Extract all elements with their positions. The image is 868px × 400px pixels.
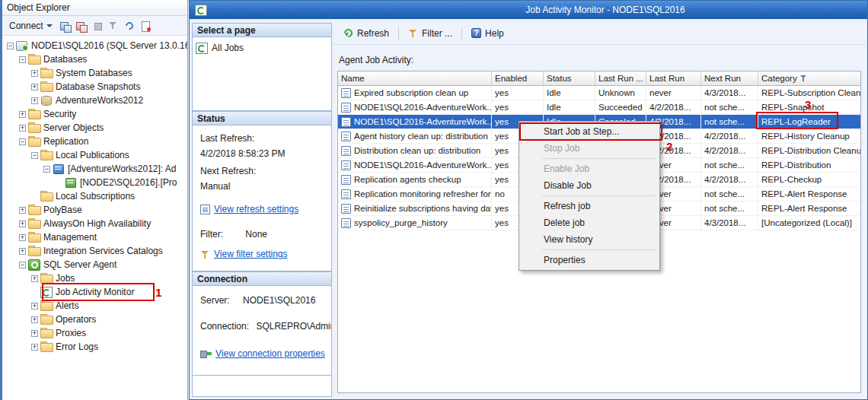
tree-item[interactable]: + Operators: [2, 313, 187, 326]
tree-expander-icon[interactable]: −: [19, 262, 26, 268]
tree-item[interactable]: − [AdventureWorks2012]: Ad: [2, 162, 187, 176]
tree-item[interactable]: − NODE1\SQL2016 (SQL Server 13.0.160: [2, 39, 187, 52]
tree-item[interactable]: + Alerts: [2, 299, 187, 313]
disconnect-icon[interactable]: [75, 20, 88, 32]
tree-expander-icon[interactable]: +: [19, 248, 26, 255]
tree-expander-icon[interactable]: +: [19, 221, 26, 227]
tree-expander-icon[interactable]: −: [31, 152, 38, 159]
tree-item-label: NODE1\SQL2016 (SQL Server 13.0.160: [31, 40, 187, 51]
menu-item[interactable]: Start Job at Step...: [521, 123, 658, 140]
help-icon: [471, 28, 481, 38]
window-titlebar: Job Activity Monitor - NODE1\SQL2016: [190, 1, 867, 19]
job-name-cell: Reinitialize subscriptions having dat...: [354, 204, 492, 213]
tree-item[interactable]: + Database Snapshots: [2, 80, 187, 94]
refresh-button-label: Refresh: [357, 28, 389, 39]
monitor-icon: [40, 287, 53, 297]
tree-item[interactable]: − Replication: [2, 135, 187, 148]
menu-separator: [542, 158, 656, 159]
tree-expander-icon[interactable]: +: [19, 125, 26, 132]
tree-item[interactable]: + PolyBase: [2, 203, 187, 217]
tree-item[interactable]: + Proxies: [2, 326, 187, 340]
tree-item[interactable]: [NODE2\SQL2016].[Pro: [2, 176, 187, 189]
tree-expander-icon[interactable]: −: [7, 43, 14, 49]
toolbar-separator: [398, 27, 399, 40]
page-item-all-jobs[interactable]: All Jobs: [196, 41, 328, 55]
connection-properties-icon: [200, 349, 212, 358]
tree-item[interactable]: + Error Logs: [2, 340, 187, 354]
tree-item-label: Local Subscriptions: [56, 191, 135, 202]
tree-item[interactable]: + Management: [2, 230, 187, 244]
tree-item-label: System Databases: [56, 68, 132, 78]
status-section-body: Last Refresh: 4/2/2018 8:58:23 PM Next R…: [192, 125, 332, 271]
tree-item[interactable]: + AlwaysOn High Availability: [2, 217, 187, 230]
menu-item[interactable]: View history: [521, 231, 658, 248]
tree-item[interactable]: + Server Objects: [2, 121, 187, 135]
connect-button[interactable]: Connect: [6, 19, 56, 33]
stop-icon[interactable]: [91, 20, 104, 32]
view-filter-settings-link[interactable]: View filter settings: [200, 249, 328, 259]
tree-item[interactable]: − Databases: [2, 52, 187, 66]
column-header-name[interactable]: Name: [338, 71, 492, 85]
table-row[interactable]: Expired subscription clean up yes Idle U…: [338, 86, 860, 100]
tree-item[interactable]: + Integration Services Catalogs: [2, 244, 187, 258]
menu-item[interactable]: Properties: [521, 252, 658, 268]
screen: Object Explorer Connect − NODE1\SQL2016 …: [0, 0, 868, 400]
tree-item[interactable]: + Security: [2, 107, 187, 121]
job-category-cell: [Uncategorized (Local)]: [758, 216, 861, 230]
tree-expander-icon[interactable]: +: [31, 84, 38, 90]
filter-button[interactable]: Filter ...: [404, 26, 457, 41]
tree-expander-icon[interactable]: +: [31, 330, 38, 337]
job-next-run-cell: not sche...: [701, 202, 758, 215]
filter-label: Filter:: [200, 229, 223, 240]
tree-item[interactable]: Job Activity Monitor: [2, 285, 187, 299]
job-name-cell: syspolicy_purge_history: [354, 218, 448, 227]
folder-icon: [40, 328, 53, 338]
column-header-category[interactable]: Category: [758, 71, 861, 85]
tree-expander-icon[interactable]: −: [19, 138, 26, 145]
job-icon: [341, 146, 351, 156]
job-next-run-cell: not sche...: [701, 115, 758, 129]
column-header-last-run[interactable]: Last Run: [646, 71, 701, 85]
tree-expander-icon[interactable]: −: [43, 166, 50, 173]
view-connection-properties-link[interactable]: View connection properties: [200, 348, 328, 359]
jam-toolbar: Refresh Filter ... Help: [333, 19, 866, 45]
column-header-next-run[interactable]: Next Run: [701, 71, 758, 85]
tree-expander-icon[interactable]: +: [19, 207, 26, 214]
tree-item[interactable]: + AdventureWorks2012: [2, 94, 187, 107]
tree-item[interactable]: + Jobs: [2, 271, 187, 285]
tree-item[interactable]: + System Databases: [2, 66, 187, 80]
next-refresh-label: Next Refresh:: [200, 166, 328, 176]
connect-object-icon[interactable]: [59, 20, 72, 32]
refresh-icon[interactable]: [123, 20, 136, 32]
menu-item[interactable]: Disable Job: [521, 177, 658, 194]
tree-expander-icon[interactable]: +: [31, 275, 38, 282]
view-refresh-settings-link[interactable]: View refresh settings: [200, 204, 328, 214]
tree-expander-icon[interactable]: +: [31, 303, 38, 310]
filter-icon[interactable]: [107, 20, 120, 32]
menu-separator: [542, 249, 656, 250]
next-refresh-value: Manual: [200, 181, 328, 192]
script-icon[interactable]: [139, 20, 152, 32]
tree-item[interactable]: − Local Publications: [2, 148, 187, 162]
column-header-enabled[interactable]: Enabled: [492, 71, 544, 85]
tree-expander-icon[interactable]: +: [31, 70, 38, 77]
tree-item-label: Local Publications: [56, 150, 129, 160]
tree-expander-icon[interactable]: +: [31, 344, 38, 351]
help-button[interactable]: Help: [467, 26, 509, 41]
table-row[interactable]: NODE1\SQL2016-AdventureWork... yes Idle …: [338, 100, 860, 115]
folder-icon: [28, 122, 40, 133]
menu-item[interactable]: Delete job: [521, 214, 658, 231]
tree-item-label: AdventureWorks2012: [56, 95, 143, 106]
tree-expander-icon[interactable]: +: [19, 111, 26, 118]
tree-expander-icon[interactable]: +: [31, 97, 38, 104]
tree-expander-icon[interactable]: −: [19, 56, 26, 63]
tree-expander-icon[interactable]: +: [19, 234, 26, 241]
tree-item[interactable]: − SQL Server Agent: [2, 258, 187, 271]
column-header-status[interactable]: Status: [544, 71, 595, 85]
tree-expander-icon[interactable]: +: [31, 316, 38, 323]
refresh-button[interactable]: Refresh: [339, 26, 394, 41]
column-header-last-run-outcome[interactable]: Last Run ...: [595, 71, 646, 85]
status-section-header: Status: [192, 111, 332, 125]
menu-item[interactable]: Refresh job: [521, 198, 658, 214]
tree-item[interactable]: Local Subscriptions: [2, 189, 187, 203]
